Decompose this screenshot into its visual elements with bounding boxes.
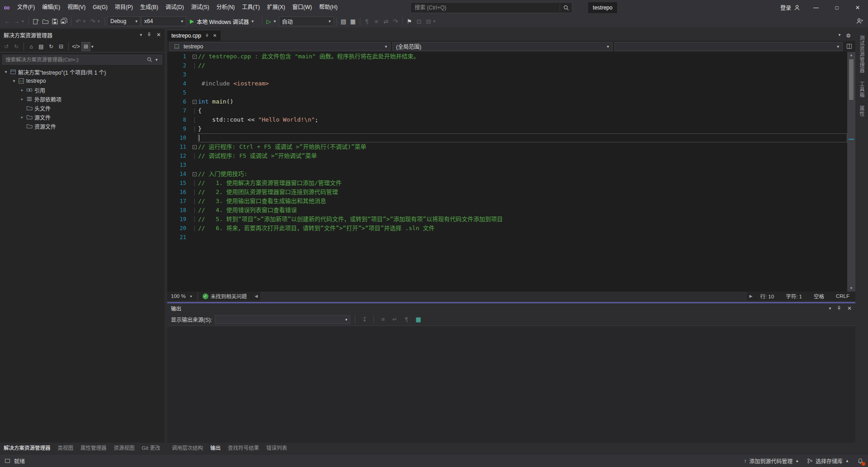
menu-item[interactable]: 扩展(X) xyxy=(264,0,289,15)
pending-changes-filter-icon[interactable]: ▤ xyxy=(37,42,46,51)
line-number[interactable]: 7 xyxy=(167,108,191,114)
undo-dropdown-icon[interactable]: ▾ xyxy=(83,19,88,24)
goto-message-icon[interactable]: ↧ xyxy=(360,315,369,325)
indent-icon[interactable]: ¶ xyxy=(363,16,372,26)
editor-settings-icon[interactable]: ⚙ xyxy=(846,33,851,39)
scrollbar-thumb[interactable] xyxy=(849,59,854,100)
navigate-forward-icon[interactable]: → xyxy=(12,16,21,26)
tree-item[interactable]: ▸外部依赖项 xyxy=(0,94,165,104)
spaces-indicator[interactable]: 空格 xyxy=(808,292,830,300)
scroll-down-icon[interactable]: ▼ xyxy=(850,285,853,292)
live-share-icon[interactable] xyxy=(855,16,864,26)
output-content[interactable] xyxy=(167,326,855,443)
toggle-grid-icon[interactable]: ▦ xyxy=(414,315,423,325)
line-number[interactable]: 17 xyxy=(167,198,191,204)
window-position-icon[interactable]: ▾ xyxy=(829,306,831,311)
collapse-all-icon[interactable]: ⊟ xyxy=(57,42,66,51)
chevron-collapsed-icon[interactable]: ▸ xyxy=(19,97,25,101)
solution-search-box[interactable]: ▾ xyxy=(2,55,162,65)
toolbar-options-icon[interactable]: ▾ xyxy=(434,19,438,24)
scroll-left-icon[interactable]: ◀ xyxy=(253,294,259,298)
menu-item[interactable]: 文件(F) xyxy=(14,0,38,15)
clear-output-icon[interactable]: ≡ xyxy=(378,315,387,325)
horizontal-scrollbar[interactable] xyxy=(260,292,747,301)
save-all-icon[interactable] xyxy=(60,16,69,26)
line-number[interactable]: 13 xyxy=(167,162,191,168)
menu-item[interactable]: 帮助(H) xyxy=(316,0,341,15)
platform-dropdown[interactable]: x64▾ xyxy=(141,16,186,26)
line-number[interactable]: 8 xyxy=(167,117,191,123)
line-number[interactable]: 2 xyxy=(167,62,191,69)
fold-collapse-icon[interactable]: - xyxy=(191,55,198,59)
nav-member-dropdown[interactable]: ▾ xyxy=(614,42,843,51)
forward-icon[interactable]: ↻ xyxy=(12,42,21,51)
start-debugging-button[interactable]: ▶ 本地 Windows 调试器 ▾ xyxy=(187,16,259,27)
chevron-collapsed-icon[interactable]: ▸ xyxy=(19,115,25,119)
back-icon[interactable]: ↺ xyxy=(2,42,11,51)
solution-search-input[interactable] xyxy=(3,57,144,62)
select-repository-button[interactable]: 选择存储库 ▲ xyxy=(807,457,849,465)
line-number[interactable]: 21 xyxy=(167,234,191,241)
scroll-right-icon[interactable]: ▶ xyxy=(748,294,755,298)
line-number[interactable]: 12 xyxy=(167,153,191,159)
menu-item[interactable]: Git(G) xyxy=(89,0,111,15)
view-code-icon[interactable]: </> xyxy=(71,42,80,51)
line-number[interactable]: 9 xyxy=(167,126,191,132)
tree-item[interactable]: 资源文件 xyxy=(0,122,165,131)
line-number[interactable]: 16 xyxy=(167,189,191,195)
solution-explorer-sync-icon[interactable]: ▦ xyxy=(349,16,358,26)
auto-dropdown[interactable]: 自动▾ xyxy=(279,16,334,26)
vertical-scrollbar[interactable]: ▲ ▼ xyxy=(847,52,855,292)
navigate-back-icon[interactable]: ← xyxy=(3,16,12,26)
line-number[interactable]: 1 xyxy=(167,53,191,60)
line-number[interactable]: 5 xyxy=(167,90,191,96)
split-window-icon[interactable] xyxy=(844,42,854,52)
bookmark-icon[interactable]: ⚑ xyxy=(405,16,414,26)
panel-tab[interactable]: 属性管理器 xyxy=(77,444,110,451)
menu-item[interactable]: 项目(P) xyxy=(111,0,137,15)
redo-dropdown-icon[interactable]: ▾ xyxy=(98,19,102,24)
fold-collapse-icon[interactable]: - xyxy=(191,172,198,176)
tree-item[interactable]: ▾解决方案"testrepo"(1 个项目/共 1 个) xyxy=(0,67,165,76)
menu-item[interactable]: 生成(B) xyxy=(137,0,162,15)
save-icon[interactable] xyxy=(50,16,59,26)
quick-search-box[interactable] xyxy=(410,2,572,13)
tab-list-dropdown-icon[interactable]: ▾ xyxy=(839,33,841,39)
menu-item[interactable]: 工具(T) xyxy=(238,0,263,15)
undo-icon[interactable]: ↶ xyxy=(74,16,83,26)
new-project-icon[interactable] xyxy=(31,16,40,26)
menu-item[interactable]: 测试(S) xyxy=(188,0,213,15)
panel-tab[interactable]: 查找符号结果 xyxy=(224,444,263,451)
more-options-icon[interactable]: ▾ xyxy=(91,44,96,49)
eol-indicator[interactable]: CRLF xyxy=(830,293,855,299)
line-number[interactable]: 15 xyxy=(167,180,191,186)
step-over-icon[interactable]: ↷ xyxy=(391,16,400,26)
search-options-icon[interactable]: ▾ xyxy=(156,57,160,62)
tree-item[interactable]: ▸引用 xyxy=(0,85,165,94)
line-indicator[interactable]: 行: 10 xyxy=(754,292,780,300)
panel-tab[interactable]: 输出 xyxy=(207,444,224,451)
next-bookmark-icon[interactable]: ⊟ xyxy=(424,16,433,26)
tab-testrepo-cpp[interactable]: testrepo.cpp ✕ xyxy=(167,30,221,41)
menu-item[interactable]: 调试(D) xyxy=(162,0,188,15)
nav-project-dropdown[interactable]: ++ testrepo ▾ xyxy=(169,42,391,51)
tree-item[interactable]: ▾++testrepo xyxy=(0,76,165,85)
swap-icon[interactable]: ⇄ xyxy=(382,16,391,26)
panel-tab[interactable]: 错误列表 xyxy=(263,444,291,451)
redo-icon[interactable]: ↷ xyxy=(88,16,97,26)
scroll-up-icon[interactable]: ▲ xyxy=(850,52,853,58)
home-icon[interactable]: ⌂ xyxy=(27,42,36,51)
pin-icon[interactable] xyxy=(205,33,209,38)
panel-tab[interactable]: Git 更改 xyxy=(138,444,164,451)
close-button[interactable]: ✕ xyxy=(847,0,868,15)
search-input[interactable] xyxy=(411,5,560,11)
menu-item[interactable]: 视图(V) xyxy=(64,0,89,15)
close-icon[interactable]: ✕ xyxy=(156,32,161,38)
navigate-dropdown-icon[interactable]: ▾ xyxy=(22,19,26,24)
column-indicator[interactable]: 字符: 1 xyxy=(780,292,808,300)
maximize-button[interactable]: □ xyxy=(826,0,847,15)
panel-tab[interactable]: 工具箱 xyxy=(858,81,865,98)
start-without-debugging-icon[interactable]: ▷ xyxy=(264,16,274,26)
health-indicator[interactable]: ✓ 未找到相关问题 xyxy=(200,292,253,300)
configuration-dropdown[interactable]: Debug▾ xyxy=(107,16,141,26)
